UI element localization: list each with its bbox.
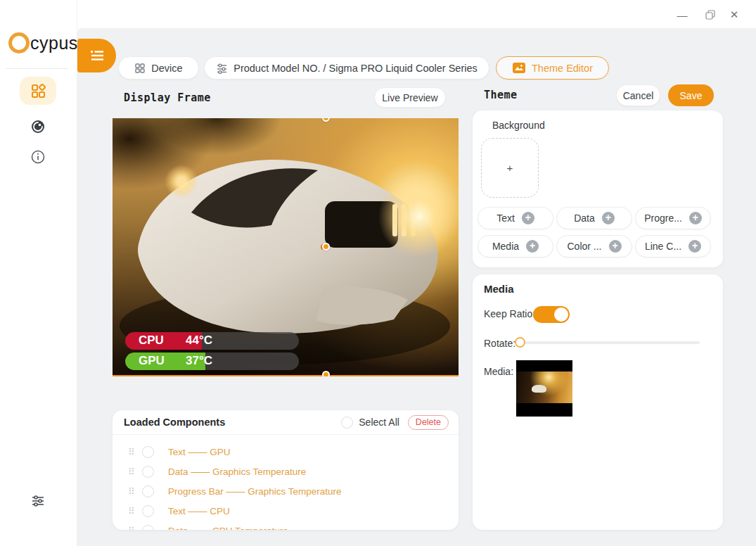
loaded-components-panel: Loaded Components Select All Delete ⠿ Te… [113, 410, 459, 530]
rotate-slider-handle[interactable] [515, 337, 525, 348]
add-data-button[interactable]: Data + [556, 207, 632, 229]
media-panel: Media Keep Ratio: Rotate: Media: [473, 274, 723, 530]
window-restore-icon [705, 10, 715, 20]
brand-logo: cypus [8, 32, 78, 53]
cpu-label: CPU [139, 334, 164, 348]
close-button[interactable]: ✕ [725, 6, 743, 24]
add-background-button[interactable]: + [481, 138, 539, 198]
selection-handle-bottom[interactable] [322, 371, 330, 376]
device-grid-icon [134, 63, 146, 74]
component-row[interactable]: ⠿ Text —— GPU [113, 442, 459, 462]
rotate-slider-track[interactable] [523, 341, 700, 344]
thumbnail-car-shape [532, 385, 546, 393]
select-all-control[interactable]: Select All [341, 417, 399, 428]
tab-theme-editor[interactable]: Theme Editor [496, 56, 609, 80]
tab-device[interactable]: Device [118, 56, 199, 80]
plus-circle-icon: + [609, 240, 622, 253]
app-window: — ✕ cypus [0, 0, 756, 546]
sidebar-item-settings[interactable] [20, 487, 56, 515]
info-icon [30, 149, 46, 165]
tab-theme-editor-label: Theme Editor [532, 63, 593, 74]
loaded-components-header: Loaded Components Select All Delete [113, 410, 459, 435]
main-content: Device Product Model NO. / Sigma PRO Liq… [77, 28, 756, 546]
gpu-label: GPU [139, 354, 165, 368]
component-label[interactable]: Text —— GPU [168, 447, 231, 457]
media-thumbnail[interactable] [516, 360, 572, 417]
selection-handle-center[interactable] [322, 243, 330, 250]
plus-circle-icon: + [602, 212, 615, 224]
drag-handle-icon[interactable]: ⠿ [128, 447, 142, 457]
list-menu-icon [90, 49, 104, 62]
add-media-button[interactable]: Media + [478, 235, 553, 258]
collapse-menu-button[interactable] [77, 39, 116, 72]
sidebar: cypus [0, 0, 77, 546]
sidebar-item-performance[interactable] [20, 113, 56, 141]
drag-handle-icon[interactable]: ⠿ [128, 526, 142, 531]
select-all-label: Select All [359, 417, 399, 428]
live-preview-button[interactable]: Live Preview [374, 87, 446, 108]
plus-circle-icon: + [526, 240, 539, 253]
component-label[interactable]: Progress Bar —— Graphics Temperature [168, 486, 342, 497]
component-radio[interactable] [142, 466, 154, 478]
rotate-label: Rotate: [484, 338, 515, 349]
component-row[interactable]: ⠿ Progress Bar —— Graphics Temperature [113, 481, 459, 501]
restore-button[interactable] [701, 6, 719, 24]
gauge-icon [30, 119, 46, 134]
component-radio[interactable] [142, 525, 154, 531]
titlebar: — ✕ [0, 0, 756, 28]
background-label: Background [492, 120, 545, 131]
add-line-chart-button[interactable]: Line C... + [635, 235, 711, 258]
component-label[interactable]: Text —— CPU [168, 506, 230, 516]
tab-device-label: Device [151, 63, 182, 74]
toggle-knob [554, 307, 568, 322]
component-radio[interactable] [142, 485, 154, 497]
plus-circle-icon: + [522, 212, 534, 224]
drag-handle-icon[interactable]: ⠿ [128, 466, 142, 477]
add-color-button[interactable]: Color ... + [556, 235, 632, 258]
brand-name: cypus [30, 33, 78, 53]
tune-sliders-icon [216, 63, 228, 74]
add-data-label: Data [574, 212, 595, 224]
logo-ring-icon [8, 32, 30, 53]
dashboard-grid-icon [30, 83, 46, 99]
add-media-label: Media [492, 241, 519, 252]
plus-circle-icon: + [689, 212, 702, 224]
component-radio[interactable] [142, 446, 154, 458]
minimize-button[interactable]: — [673, 6, 691, 24]
drag-handle-icon[interactable]: ⠿ [128, 486, 142, 497]
image-icon [512, 62, 526, 74]
keep-ratio-toggle[interactable] [533, 306, 570, 323]
keep-ratio-label: Keep Ratio: [484, 308, 535, 319]
save-button[interactable]: Save [668, 84, 714, 106]
cpu-temp-value: 44°C [186, 334, 212, 348]
sidebar-item-dashboard[interactable] [20, 77, 56, 105]
tab-product-label: Product Model NO. / Sigma PRO Liquid Coo… [233, 63, 478, 74]
sidebar-item-info[interactable] [20, 143, 56, 171]
media-source-label: Media: [484, 366, 513, 377]
gpu-temp-bar[interactable]: GPU 37°C [125, 353, 299, 370]
gpu-temp-value: 37°C [186, 354, 212, 368]
media-thumbnail-image [516, 372, 572, 403]
component-row[interactable]: ⠿ Text —— CPU [113, 501, 459, 521]
component-radio[interactable] [142, 505, 154, 517]
media-panel-title: Media [484, 283, 514, 295]
cancel-label: Cancel [623, 90, 654, 101]
cancel-button[interactable]: Cancel [616, 84, 660, 106]
add-text-label: Text [496, 212, 515, 224]
selection-border [113, 375, 459, 376]
select-all-radio[interactable] [341, 417, 353, 428]
delete-button[interactable]: Delete [408, 415, 449, 430]
component-row[interactable]: ⠿ Data —— Graphics Temperature [113, 462, 459, 481]
tab-product-model[interactable]: Product Model NO. / Sigma PRO Liquid Coo… [204, 56, 489, 80]
plus-circle-icon: + [688, 240, 701, 253]
cpu-temp-bar[interactable]: CPU 44°C [125, 332, 299, 350]
add-text-button[interactable]: Text + [478, 207, 553, 229]
component-label[interactable]: Data —— CPU Temperature [168, 526, 288, 531]
sliders-icon [30, 493, 46, 509]
drag-handle-icon[interactable]: ⠿ [128, 506, 142, 516]
display-frame-canvas[interactable]: CPU 44°C GPU 37°C [113, 118, 459, 376]
component-label[interactable]: Data —— Graphics Temperature [168, 466, 306, 477]
add-progress-button[interactable]: Progre... + [635, 207, 711, 229]
component-row[interactable]: ⠿ Data —— CPU Temperature [113, 521, 459, 530]
add-color-label: Color ... [567, 241, 601, 252]
